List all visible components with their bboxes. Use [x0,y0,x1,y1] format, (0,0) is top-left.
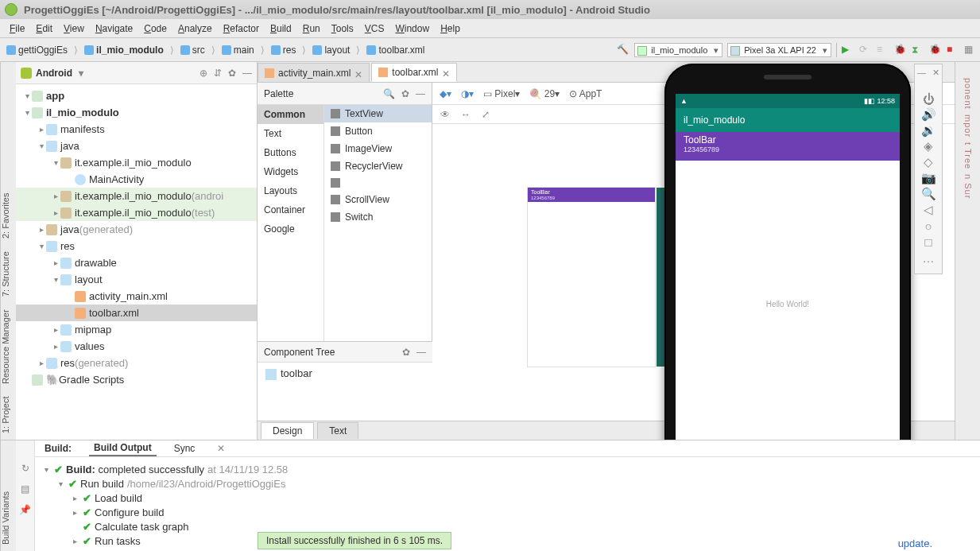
strip-resource-manager[interactable]: Resource Manager [1,309,16,384]
close-tab-icon[interactable]: ✕ [442,68,450,76]
scroll-icon[interactable]: ⇵ [214,68,222,79]
left-tool-strip[interactable]: 1: ProjectResource Manager7: Structure2:… [0,62,16,440]
expand-arrow-icon[interactable]: ▸ [37,359,46,367]
emu-control-icon[interactable]: ◇ [920,154,936,170]
close-tab-icon[interactable]: ✕ [354,69,362,77]
locate-icon[interactable]: ⊕ [199,68,207,79]
menu-window[interactable]: Window [390,21,434,36]
emu-control-icon[interactable]: 🔍 [920,186,936,202]
attach-debugger-icon[interactable]: 🐞 [929,44,942,56]
device-selector[interactable]: ▭ Pixel▾ [483,88,520,99]
menu-refactor[interactable]: Refactor [219,21,264,36]
tree-row[interactable]: ▾it.example.il_mio_modulo [16,154,257,171]
expand-arrow-icon[interactable]: ▸ [51,192,60,200]
pin-icon[interactable]: 📌 [19,504,31,515]
pan-icon[interactable]: ↔ [461,109,471,120]
emu-control-icon[interactable]: □ [920,234,936,250]
tree-row[interactable]: ▸drawable [16,254,257,271]
profile-icon[interactable]: ⧗ [912,44,924,56]
build-tabs[interactable]: Build: Build Output Sync ✕ [35,440,980,457]
emulator-controls[interactable]: —✕ ⏻🔊🔉◈◇📷🔍◁○□… [914,64,943,274]
apply-code-icon[interactable]: ≡ [877,44,889,56]
palette-cat-layouts[interactable]: Layouts [258,181,323,200]
palette-item[interactable]: TextView [324,105,432,122]
view-options-icon[interactable]: 👁 [440,109,450,120]
tree-row[interactable]: ▸values [16,338,257,355]
palette-cat-text[interactable]: Text [258,124,323,143]
breadcrumb-item[interactable]: layout [309,43,353,57]
emu-control-icon[interactable]: 📷 [920,170,936,186]
tab-build-output[interactable]: Build Output [89,440,157,456]
emu-control-icon[interactable]: ◈ [920,138,936,154]
theme-selector[interactable]: ⊙ AppT [569,88,602,99]
breadcrumb-item[interactable]: main [219,43,258,57]
settings-icon[interactable]: ✿ [228,68,236,79]
build-row[interactable]: ▸✔Load build [41,491,974,505]
palette-cat-google[interactable]: Google [258,219,323,239]
emu-control-icon[interactable]: … [920,250,936,266]
run-icon[interactable]: ▶ [842,44,854,56]
palette-item[interactable]: RecyclerView [324,157,432,175]
tab-design[interactable]: Design [261,422,314,439]
editor-tab[interactable]: activity_main.xml✕ [258,63,370,82]
project-view-selector[interactable]: Android [36,68,83,79]
build-hammer-icon[interactable]: 🔨 [617,44,629,56]
strip----favorites[interactable]: 2: Favorites [1,193,16,239]
expand-arrow-icon[interactable]: ▾ [22,108,32,117]
expand-arrow-icon[interactable]: ▸ [51,208,60,217]
expand-arrow-icon[interactable]: ▸ [51,342,60,351]
tree-row[interactable]: ▾res [16,238,257,254]
breadcrumb-item[interactable]: gettiOggiEs [3,43,71,57]
palette-cat-container[interactable]: Container [258,200,323,219]
surface-icon[interactable]: ◆▾ [439,87,451,100]
restart-icon[interactable]: ↻ [21,463,29,474]
tree-row[interactable]: ▾layout [16,271,257,288]
menu-run[interactable]: Run [298,21,325,36]
gear-icon[interactable]: ✿ [402,347,410,358]
expand-arrow-icon[interactable]: ▾ [37,242,46,250]
tree-row[interactable]: MainActivity [16,171,257,188]
build-row[interactable]: ✔Calculate task graph [41,519,974,534]
gear-icon[interactable]: ✿ [401,88,409,99]
palette-item[interactable]: ImageView [324,140,432,157]
palette-items[interactable]: TextViewButtonImageViewRecyclerViewScrol… [324,105,432,341]
expand-arrow-icon[interactable]: ▸ [51,325,60,334]
stop-icon[interactable]: ■ [947,44,959,56]
avd-manager-icon[interactable]: ▦ [964,44,977,56]
tree-row[interactable]: ▸mipmap [16,321,257,338]
filter-icon[interactable]: ▤ [21,483,29,495]
expand-arrow-icon[interactable]: ▾ [22,91,32,100]
expand-arrow-icon[interactable]: ▸ [37,225,46,234]
palette-categories[interactable]: CommonTextButtonsWidgetsLayoutsContainer… [258,105,324,341]
menu-analyze[interactable]: Analyze [173,21,217,36]
tree-row[interactable]: ▸it.example.il_mio_modulo (test) [16,204,257,221]
tree-row[interactable]: toolbar.xml [16,305,257,321]
palette-cat-widgets[interactable]: Widgets [258,162,323,181]
component-tree[interactable]: toolbar [258,363,432,385]
right-strip-label[interactable]: mpor [963,114,973,138]
menu-build[interactable]: Build [265,21,296,36]
build-gutter[interactable]: ↻ ▤ 📌 [16,440,35,551]
palette-cat-buttons[interactable]: Buttons [258,143,323,162]
breadcrumb-item[interactable]: toolbar.xml [363,43,428,57]
debug-icon[interactable]: 🐞 [894,44,907,56]
expand-arrow-icon[interactable]: ▾ [37,142,46,150]
tree-row[interactable]: ▸res (generated) [16,355,257,371]
emu-control-icon[interactable]: ⏻ [920,91,936,107]
palette-item[interactable] [324,175,432,191]
strip-build-variants[interactable]: Build Variants [1,491,16,545]
tree-row[interactable]: ▸java (generated) [16,221,257,238]
right-strip-label[interactable]: t Tree [963,142,973,169]
editor-tab[interactable]: toolbar.xml✕ [371,63,457,82]
tree-row[interactable]: ▾app [16,87,257,104]
expand-arrow-icon[interactable]: ▾ [51,275,60,284]
tree-row[interactable]: ▾java [16,138,257,154]
apply-changes-icon[interactable]: ⟳ [859,44,872,56]
emu-control-icon[interactable]: 🔉 [920,122,936,138]
menu-help[interactable]: Help [436,21,465,36]
emu-control-icon[interactable]: ○ [920,218,936,234]
close-icon[interactable]: ✕ [932,68,939,78]
tab-sync[interactable]: Sync [169,441,200,456]
expand-arrow-icon[interactable]: ▾ [51,158,60,167]
menu-edit[interactable]: Edit [31,21,57,36]
